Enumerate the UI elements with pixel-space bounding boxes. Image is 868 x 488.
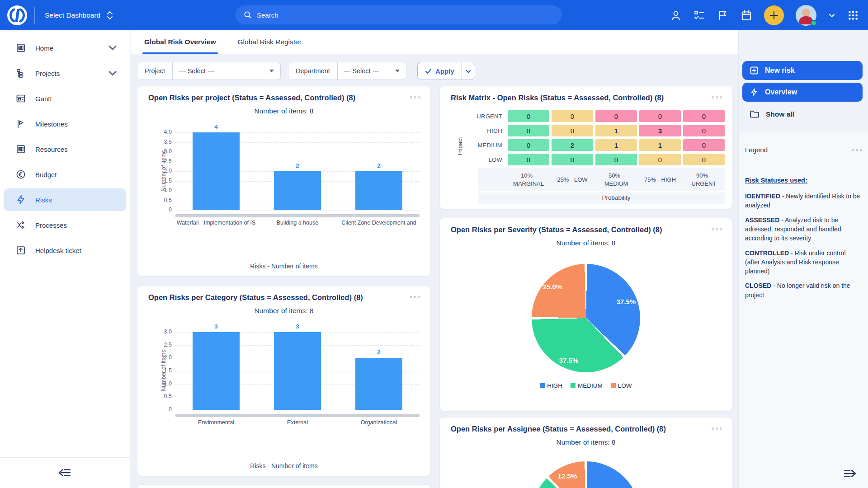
sidebar-item-gantt[interactable]: Gantt [4, 87, 126, 110]
left-sidebar: Home Projects Gantt Milestones Resources… [0, 30, 130, 488]
show-all-link[interactable]: Show all [750, 110, 794, 119]
sidebar-item-helpdesk[interactable]: Helpdesk ticket [4, 239, 126, 262]
project-filter-group: Project --- Select --- [137, 62, 281, 80]
user-icon[interactable] [670, 9, 682, 21]
euro-circle-icon [15, 169, 26, 180]
department-filter-select[interactable]: --- Select --- [338, 62, 406, 80]
matrix-cell[interactable]: 0 [552, 110, 593, 122]
sidebar-item-label: Helpdesk ticket [35, 247, 81, 254]
chart-scrollbar[interactable] [175, 214, 420, 217]
matrix-cell[interactable]: 0 [595, 110, 637, 122]
search-bar[interactable] [235, 5, 562, 24]
legend-menu-button[interactable] [850, 146, 864, 154]
card-menu-button[interactable] [408, 94, 422, 101]
matrix-cell[interactable]: 0 [683, 110, 725, 122]
sidebar-item-budget[interactable]: Budget [4, 163, 126, 186]
calendar-icon[interactable] [741, 9, 752, 21]
card-risk-matrix: Risk Matrix - Open Risks (Status = Asses… [439, 86, 732, 209]
pie[interactable]: 37.5%37.5%25.0% [532, 264, 640, 372]
card-menu-button[interactable] [710, 94, 724, 101]
matrix-cell[interactable]: 1 [595, 139, 637, 151]
department-filter-value: --- Select --- [344, 67, 379, 75]
new-risk-button[interactable]: New risk [742, 61, 863, 80]
matrix-cell[interactable]: 3 [639, 125, 681, 136]
matrix-cell[interactable]: 0 [508, 154, 549, 165]
sidebar-item-resources[interactable]: Resources [4, 138, 126, 160]
tab-global-risk-register[interactable]: Global Risk Register [238, 30, 302, 54]
card-menu-button[interactable] [408, 293, 422, 301]
matrix-cell[interactable]: 2 [552, 139, 593, 151]
chevron-down-icon[interactable] [107, 42, 118, 53]
bar-2[interactable] [355, 358, 402, 410]
filter-bar: Project --- Select --- Department --- Se… [137, 61, 475, 81]
matrix-cell[interactable]: 0 [508, 139, 549, 151]
bar-value-label: 2 [377, 349, 381, 356]
card-title: Open Risks per Category (Status = Assess… [148, 293, 363, 302]
apply-button[interactable]: Apply [418, 62, 462, 80]
resources-icon [15, 144, 26, 155]
plus-icon [769, 10, 779, 20]
sidebar-item-risks[interactable]: Risks [4, 188, 126, 211]
matrix-footer-bg [478, 192, 725, 204]
card-menu-button[interactable] [710, 425, 724, 432]
tab-global-risk-overview[interactable]: Global Risk Overview [144, 30, 216, 54]
expand-panel-icon[interactable] [842, 466, 858, 481]
quick-add-button[interactable] [764, 5, 784, 25]
collapse-sidebar-icon[interactable] [57, 465, 73, 480]
apps-grid-icon[interactable] [847, 9, 859, 21]
pie[interactable]: 12.5% [532, 461, 640, 488]
chevron-down-icon[interactable] [828, 12, 835, 19]
pie-legend-item[interactable]: HIGH [540, 382, 562, 389]
hierarchy-icon [15, 68, 26, 79]
pie-legend-item[interactable]: LOW [611, 382, 632, 389]
card-title: Risk Matrix - Open Risks (Status = Asses… [451, 94, 664, 102]
matrix-cell[interactable]: 0 [552, 125, 593, 136]
matrix-cell[interactable]: 0 [683, 154, 725, 165]
matrix-cell[interactable]: 0 [639, 154, 681, 165]
matrix-cell[interactable]: 0 [683, 125, 725, 136]
matrix-cell[interactable]: 0 [639, 110, 681, 122]
sidebar-item-projects[interactable]: Projects [4, 62, 126, 84]
sidebar-item-processes[interactable]: Processes [4, 214, 126, 236]
apply-more-button[interactable] [462, 62, 475, 80]
legend-title: Legend [745, 146, 768, 154]
matrix-cell[interactable]: 0 [595, 154, 637, 165]
bar-value-label: 3 [296, 323, 299, 330]
sidebar-item-home[interactable]: Home [4, 37, 126, 59]
matrix-cell[interactable]: 0 [552, 154, 593, 165]
matrix-cell[interactable]: 0 [683, 139, 725, 151]
gridline [175, 210, 420, 211]
flag-icon[interactable] [717, 9, 729, 21]
sidebar-item-milestones[interactable]: Milestones [4, 113, 126, 135]
matrix-cell[interactable]: 0 [508, 125, 549, 136]
chevron-down-icon[interactable] [107, 68, 118, 79]
bar-1[interactable] [274, 332, 321, 410]
pie-legend-item[interactable]: MEDIUM [571, 382, 603, 389]
matrix-cell[interactable]: 0 [508, 110, 549, 122]
chart-scrollbar[interactable] [175, 414, 420, 417]
bar-0[interactable] [193, 332, 240, 410]
matrix-col-label: 25% - LOW [552, 176, 593, 184]
matrix-cell[interactable]: 1 [595, 125, 637, 136]
y-tick-label: 0.5 [152, 393, 172, 399]
status-controlled: CONTROLLED - Risk under control (after A… [745, 249, 862, 276]
bar-1[interactable] [274, 171, 321, 210]
matrix-cell[interactable]: 1 [639, 139, 681, 151]
flag-pole-icon [15, 118, 26, 129]
card-menu-button[interactable] [710, 225, 724, 233]
project-filter-select[interactable]: --- Select --- [173, 62, 280, 80]
y-tick-label: 4.0 [152, 129, 172, 135]
pie-legend: HIGHMEDIUMLOW [440, 382, 732, 389]
app-logo[interactable] [7, 5, 28, 26]
inbox-icon [15, 245, 26, 256]
avatar[interactable] [796, 5, 816, 26]
chart-series-legend: Risks - Number of items [137, 462, 430, 469]
search-input[interactable] [257, 11, 528, 19]
bar-2[interactable] [355, 171, 402, 210]
pie-slice-label: 37.5% [559, 357, 579, 364]
tasklist-icon[interactable] [693, 9, 705, 21]
dashboard-selector[interactable]: Select Dashboard [45, 11, 113, 20]
chart-subtitle: Number of items: 8 [137, 107, 430, 115]
bar-0[interactable] [193, 132, 240, 210]
overview-button[interactable]: Overview [742, 83, 863, 102]
